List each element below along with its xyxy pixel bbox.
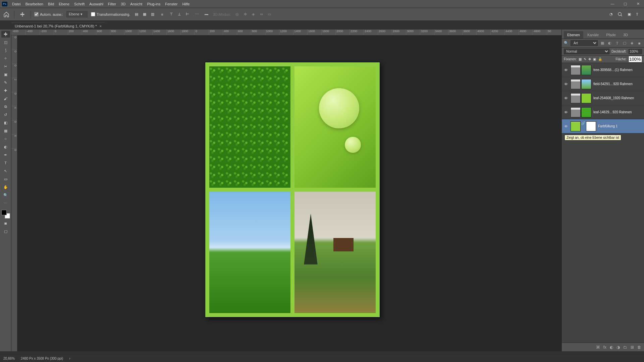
screen-mode-tool[interactable]: ▢ [1,228,10,235]
cloud-docs-icon[interactable]: ◔ [609,12,613,16]
healing-tool[interactable]: ✚ [1,87,10,94]
visibility-toggle[interactable]: 👁 [563,110,569,114]
close-tab-icon[interactable]: × [100,24,102,28]
crop-tool[interactable]: ✂ [1,63,10,70]
align-left-icon[interactable]: ▤ [133,11,140,17]
move-tool-icon[interactable] [18,10,27,18]
more-align-icon[interactable]: ⋯ [194,11,200,17]
align-center-v-icon[interactable]: ⊥ [176,11,182,17]
tab-3d[interactable]: 3D [620,31,631,39]
edit-toolbar[interactable]: ⋯ [1,200,10,206]
tab-ebenen[interactable]: Ebenen [564,31,583,39]
minimize-button[interactable]: — [608,1,617,7]
lock-nest-icon[interactable]: ▣ [593,57,596,61]
path-tool[interactable]: ↖ [1,168,10,174]
layer-row[interactable]: 👁 tree-309568…(1) Rahmen [562,63,644,77]
foreground-color[interactable] [1,210,7,215]
gradient-tool[interactable]: ▦ [1,127,10,134]
filter-shape-icon[interactable]: ▢ [622,41,627,46]
search-icon[interactable] [618,12,623,17]
filter-type-icon[interactable]: T [614,41,620,46]
menu-auswahl[interactable]: Auswahl [89,2,103,6]
eraser-tool[interactable]: ◧ [1,119,10,126]
move-tool[interactable] [1,31,10,38]
eyedropper-tool[interactable]: ✎ [1,79,10,86]
layer-name[interactable]: Farbfüllung 1 [598,124,643,128]
auto-select-target[interactable]: Ebene ▾ [66,11,88,17]
layer-name[interactable]: leaf-254608_1920 Rahmen [593,96,643,100]
marquee-tool[interactable]: ◫ [1,39,10,46]
menu-datei[interactable]: Datei [12,2,21,6]
menu-ebene[interactable]: Ebene [59,2,69,6]
lock-pixels-icon[interactable]: ▦ [579,57,582,61]
brush-tool[interactable]: 🖌 [1,95,10,102]
lock-brush-icon[interactable]: ✎ [584,57,586,61]
layer-row[interactable]: 👁 🔗 Farbfüllung 1 [562,119,644,133]
align-right-icon[interactable]: ▥ [150,11,156,17]
layer-row[interactable]: 👁 leaf-14829…920 Rahmen [562,105,644,119]
frame-image-leaf-drop[interactable] [294,66,376,188]
adjustment-icon[interactable]: ◑ [616,345,620,350]
close-button[interactable]: ✕ [633,1,643,7]
overflow-icon[interactable]: ••• [203,11,209,17]
fx-icon[interactable]: fx [603,345,606,350]
blur-tool[interactable]: ○ [1,135,10,142]
lasso-tool[interactable]: ⟆ [1,47,10,54]
pen-tool[interactable]: ✒ [1,152,10,158]
link-layers-icon[interactable]: ⌘ [596,345,600,350]
history-brush-tool[interactable]: ↺ [1,111,10,118]
frame-image-cabin[interactable] [294,192,376,313]
filter-toggle-icon[interactable]: ■ [637,41,642,46]
magic-wand-tool[interactable]: ✧ [1,55,10,62]
align-bottom-icon[interactable]: ⊢ [184,11,191,17]
hand-tool[interactable]: ✋ [1,184,10,190]
layer-row[interactable]: 👁 field-54291…920 Rahmen [562,77,644,91]
lock-all-icon[interactable]: 🔒 [598,57,602,61]
type-tool[interactable]: T [1,160,10,166]
layer-row[interactable]: 👁 leaf-254608_1920 Rahmen [562,91,644,105]
menu-bild[interactable]: Bild [48,2,54,6]
align-center-h-icon[interactable]: ▦ [142,11,148,17]
frame-image-clover[interactable] [209,66,290,188]
visibility-toggle[interactable]: 👁 [563,82,569,86]
distribute-icon[interactable]: ≡ [159,11,165,17]
delete-layer-icon[interactable]: 🗑 [637,345,641,350]
status-chevron-icon[interactable]: › [69,357,70,360]
menu-fenster[interactable]: Fenster [165,2,177,6]
home-button[interactable] [2,10,11,19]
shape-tool[interactable]: ▭ [1,176,10,182]
blend-mode-select[interactable]: Normal [564,49,609,54]
workspace-icon[interactable]: ▣ [628,12,631,16]
menu-ansicht[interactable]: Ansicht [130,2,142,6]
layer-name[interactable]: tree-309568…(1) Rahmen [593,68,643,72]
share-icon[interactable]: ⇪ [636,12,639,16]
transform-controls-checkbox[interactable]: Transformationsstrg. [91,12,130,16]
filter-smart-icon[interactable]: ◈ [629,41,635,46]
canvas[interactable] [17,36,561,351]
menu-filter[interactable]: Filter [108,2,116,6]
filter-image-icon[interactable]: ▦ [600,41,605,46]
visibility-toggle[interactable]: 👁 [563,124,569,128]
layer-filter-select[interactable]: Art [571,40,598,46]
opacity-input[interactable] [629,49,642,54]
layer-name[interactable]: leaf-14829…920 Rahmen [593,110,643,114]
filter-adjust-icon[interactable]: ◐ [607,41,612,46]
zoom-tool[interactable]: 🔍 [1,192,10,198]
tab-pfade[interactable]: Pfade [603,31,619,39]
menu-hilfe[interactable]: Hilfe [182,2,190,6]
menu-plugins[interactable]: Plug-ins [147,2,160,6]
menu-bearbeiten[interactable]: Bearbeiten [25,2,43,6]
group-icon[interactable]: 🗀 [623,345,627,350]
document-tab[interactable]: Unbenannt-1 bei 20,7% (Farbfüllung 1, CM… [11,22,105,29]
auto-select-checkbox[interactable]: Autom. ausw.: [34,12,63,16]
mask-icon[interactable]: ◐ [610,345,613,350]
tab-kanaele[interactable]: Kanäle [584,31,602,39]
menu-schrift[interactable]: Schrift [74,2,85,6]
align-top-icon[interactable]: ⊤ [168,11,174,17]
lock-move-icon[interactable]: ✥ [588,57,591,61]
dodge-tool[interactable]: ◐ [1,143,10,150]
new-layer-icon[interactable]: ⊞ [631,345,634,350]
search-icon[interactable]: 🔍 [564,41,569,45]
visibility-toggle[interactable]: 👁 [563,96,569,100]
fill-input[interactable] [629,56,642,62]
